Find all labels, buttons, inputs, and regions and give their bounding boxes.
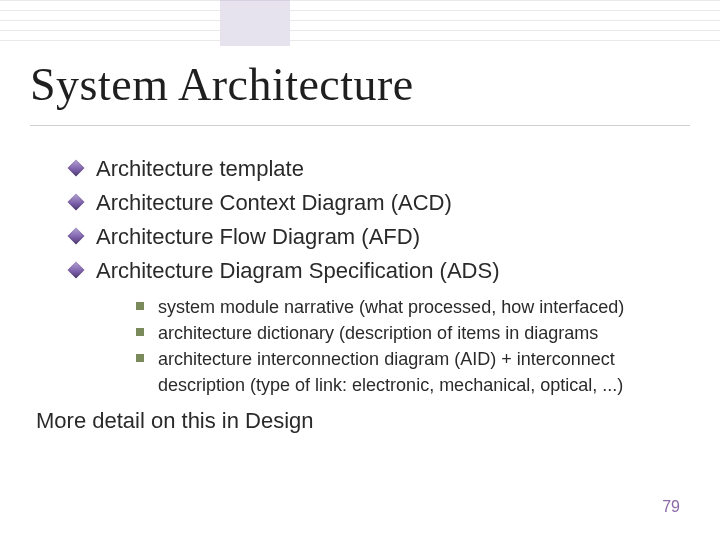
page-number: 79: [662, 498, 680, 516]
sub-bullet-list: system module narrative (what processed,…: [96, 294, 680, 398]
slide: System Architecture Architecture templat…: [0, 0, 720, 540]
title-underline: [30, 125, 690, 126]
top-rulings: [0, 0, 720, 52]
diamond-bullet-icon: [68, 194, 85, 211]
square-bullet-icon: [136, 328, 144, 336]
sub-bullet-text: architecture interconnection diagram (AI…: [158, 349, 623, 395]
list-item: architecture interconnection diagram (AI…: [136, 346, 680, 398]
square-bullet-icon: [136, 354, 144, 362]
footer-text: More detail on this in Design: [36, 408, 314, 434]
list-item: Architecture Flow Diagram (AFD): [70, 220, 680, 254]
list-item: architecture dictionary (description of …: [136, 320, 680, 346]
sub-bullet-text: architecture dictionary (description of …: [158, 323, 598, 343]
bullet-text: Architecture Flow Diagram (AFD): [96, 224, 420, 249]
bullet-text: Architecture Context Diagram (ACD): [96, 190, 452, 215]
list-item: Architecture Diagram Specification (ADS)…: [70, 254, 680, 398]
bullet-list: Architecture template Architecture Conte…: [70, 152, 680, 398]
decorative-tab: [220, 0, 290, 46]
slide-title: System Architecture: [30, 58, 414, 111]
diamond-bullet-icon: [68, 262, 85, 279]
list-item: system module narrative (what processed,…: [136, 294, 680, 320]
square-bullet-icon: [136, 302, 144, 310]
bullet-text: Architecture template: [96, 156, 304, 181]
bullet-text: Architecture Diagram Specification (ADS): [96, 258, 499, 283]
list-item: Architecture template: [70, 152, 680, 186]
diamond-bullet-icon: [68, 228, 85, 245]
list-item: Architecture Context Diagram (ACD): [70, 186, 680, 220]
slide-content: Architecture template Architecture Conte…: [70, 152, 680, 408]
diamond-bullet-icon: [68, 160, 85, 177]
sub-bullet-text: system module narrative (what processed,…: [158, 297, 624, 317]
